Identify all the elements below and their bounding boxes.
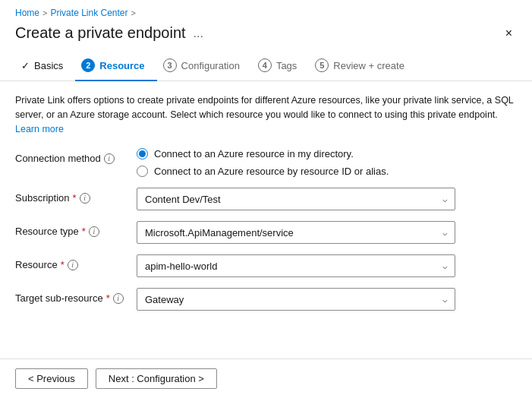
wizard-steps: ✓ Basics 2 Resource 3 Configuration 4 Ta… bbox=[0, 51, 532, 81]
radio-alias[interactable]: Connect to an Azure resource by resource… bbox=[137, 166, 517, 177]
subscription-select[interactable]: Content Dev/Test bbox=[137, 188, 455, 210]
connection-method-radio-group: Connect to an Azure resource in my direc… bbox=[137, 148, 517, 177]
step-review-label: Review + create bbox=[333, 60, 405, 71]
info-text-content: Private Link offers options to create pr… bbox=[15, 95, 513, 120]
resource-select[interactable]: apim-hello-world bbox=[137, 254, 455, 277]
page-header: Create a private endpoint ... × bbox=[0, 21, 532, 51]
resource-type-label-col: Resource type * i bbox=[15, 221, 137, 237]
step-review[interactable]: 5 Review + create bbox=[309, 51, 417, 81]
radio-alias-label: Connect to an Azure resource by resource… bbox=[154, 166, 389, 177]
resource-required: * bbox=[61, 259, 65, 270]
resource-type-required: * bbox=[82, 226, 86, 237]
step-review-circle: 5 bbox=[315, 58, 329, 72]
step-resource-circle: 2 bbox=[81, 58, 95, 72]
subscription-select-wrapper: Content Dev/Test ⌵ bbox=[137, 188, 455, 210]
resource-label: Resource * i bbox=[15, 259, 137, 270]
resource-select-wrapper: apim-hello-world ⌵ bbox=[137, 254, 455, 277]
connection-method-row: Connection method i Connect to an Azure … bbox=[15, 148, 517, 177]
step-resource[interactable]: 2 Resource bbox=[75, 51, 156, 81]
subscription-info-icon[interactable]: i bbox=[80, 193, 90, 204]
step-resource-label: Resource bbox=[99, 60, 144, 71]
info-paragraph: Private Link offers options to create pr… bbox=[15, 93, 517, 136]
step-configuration-circle: 3 bbox=[163, 58, 177, 72]
resource-control-col: apim-hello-world ⌵ bbox=[137, 254, 517, 277]
step-tags[interactable]: 4 Tags bbox=[252, 51, 309, 81]
connection-method-info-icon[interactable]: i bbox=[104, 153, 115, 164]
footer: < Previous Next : Configuration > bbox=[0, 359, 532, 398]
subscription-required: * bbox=[73, 192, 77, 204]
connection-method-label: Connection method i bbox=[15, 153, 137, 164]
resource-label-col: Resource * i bbox=[15, 254, 137, 270]
page-options-icon[interactable]: ... bbox=[194, 27, 203, 40]
resource-type-select-wrapper: Microsoft.ApiManagement/service ⌵ bbox=[137, 221, 455, 244]
step-basics[interactable]: ✓ Basics bbox=[15, 52, 75, 81]
target-sub-resource-row: Target sub-resource * i Gateway ⌵ bbox=[15, 288, 517, 311]
close-button[interactable]: × bbox=[501, 25, 517, 42]
resource-info-icon[interactable]: i bbox=[68, 260, 78, 270]
breadcrumb: Home > Private Link Center > bbox=[0, 0, 532, 21]
breadcrumb-home[interactable]: Home bbox=[15, 8, 39, 18]
page-header-left: Create a private endpoint ... bbox=[15, 24, 203, 42]
radio-directory[interactable]: Connect to an Azure resource in my direc… bbox=[137, 148, 517, 160]
step-tags-label: Tags bbox=[276, 60, 297, 71]
resource-type-control-col: Microsoft.ApiManagement/service ⌵ bbox=[137, 221, 517, 244]
target-sub-resource-control-col: Gateway ⌵ bbox=[137, 288, 517, 311]
breadcrumb-sep1: > bbox=[42, 8, 47, 17]
step-basics-label: Basics bbox=[34, 60, 63, 71]
previous-button[interactable]: < Previous bbox=[15, 368, 88, 389]
target-sub-resource-label-col: Target sub-resource * i bbox=[15, 288, 137, 304]
page-title: Create a private endpoint bbox=[15, 24, 186, 42]
radio-directory-input[interactable] bbox=[137, 148, 148, 160]
radio-alias-input[interactable] bbox=[137, 166, 148, 177]
step-tags-circle: 4 bbox=[258, 58, 272, 72]
subscription-label-col: Subscription * i bbox=[15, 188, 137, 204]
target-sub-resource-info-icon[interactable]: i bbox=[113, 293, 124, 304]
resource-type-row: Resource type * i Microsoft.ApiManagemen… bbox=[15, 221, 517, 244]
breadcrumb-sep2: > bbox=[131, 8, 136, 17]
step-configuration[interactable]: 3 Configuration bbox=[157, 51, 252, 81]
breadcrumb-section[interactable]: Private Link Center bbox=[50, 8, 127, 18]
target-sub-resource-select-wrapper: Gateway ⌵ bbox=[137, 288, 455, 311]
resource-row: Resource * i apim-hello-world ⌵ bbox=[15, 254, 517, 277]
resource-type-info-icon[interactable]: i bbox=[89, 226, 99, 237]
target-sub-resource-required: * bbox=[106, 292, 110, 304]
resource-type-select[interactable]: Microsoft.ApiManagement/service bbox=[137, 221, 455, 244]
subscription-control-col: Content Dev/Test ⌵ bbox=[137, 188, 517, 210]
resource-type-label: Resource type * i bbox=[15, 226, 137, 237]
target-sub-resource-label: Target sub-resource * i bbox=[15, 292, 137, 304]
learn-more-link[interactable]: Learn more bbox=[15, 124, 64, 134]
content-area: Private Link offers options to create pr… bbox=[0, 81, 532, 333]
step-configuration-label: Configuration bbox=[181, 60, 240, 71]
step-check-icon: ✓ bbox=[21, 60, 30, 71]
target-sub-resource-select[interactable]: Gateway bbox=[137, 288, 455, 311]
connection-method-label-col: Connection method i bbox=[15, 148, 137, 164]
next-button[interactable]: Next : Configuration > bbox=[96, 368, 217, 389]
connection-method-controls: Connect to an Azure resource in my direc… bbox=[137, 148, 517, 177]
subscription-row: Subscription * i Content Dev/Test ⌵ bbox=[15, 188, 517, 210]
subscription-label: Subscription * i bbox=[15, 192, 137, 204]
radio-directory-label: Connect to an Azure resource in my direc… bbox=[154, 148, 354, 160]
